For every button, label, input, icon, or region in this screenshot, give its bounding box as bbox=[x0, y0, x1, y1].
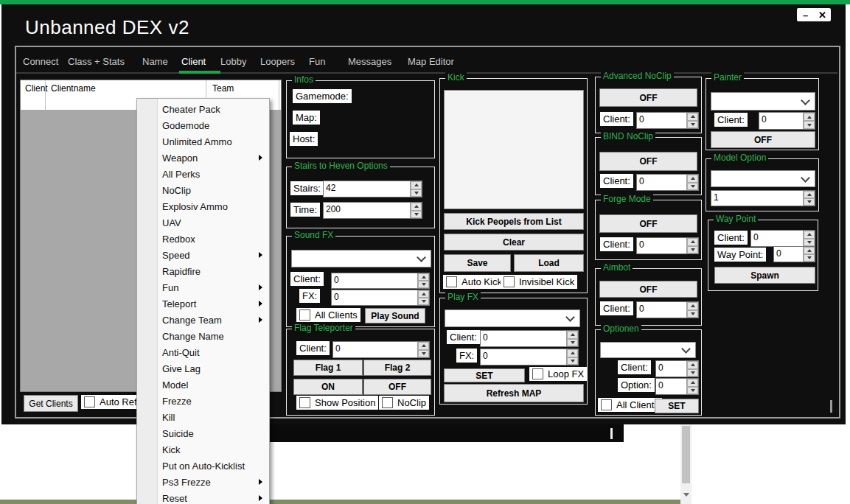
menu-item-cheater-pack[interactable]: Cheater Pack bbox=[137, 101, 269, 117]
time-input[interactable]: 200 bbox=[323, 202, 422, 219]
way-point-client-input[interactable]: 0 bbox=[750, 230, 815, 247]
spinner-down-button[interactable] bbox=[804, 239, 815, 247]
spinner-down-button[interactable] bbox=[411, 211, 422, 219]
spinner-down-button[interactable] bbox=[804, 198, 815, 206]
spinner-down-button[interactable] bbox=[567, 339, 578, 347]
spinner-up-button[interactable] bbox=[687, 175, 698, 183]
play-fx-dropdown[interactable] bbox=[445, 309, 580, 327]
model-option-input[interactable]: 1 bbox=[711, 190, 815, 206]
refresh-map-button[interactable]: Refresh MAP bbox=[444, 384, 584, 402]
loop-fx-checkbox[interactable] bbox=[532, 368, 543, 379]
menu-item-speed[interactable]: Speed bbox=[137, 247, 269, 263]
menu-item-put-on-auto-kicklist[interactable]: Put on Auto-Kicklist bbox=[137, 458, 269, 474]
optionen-dropdown[interactable] bbox=[600, 342, 696, 358]
forge-mode-off-button[interactable]: OFF bbox=[599, 214, 697, 233]
spinner-down-button[interactable] bbox=[687, 310, 698, 318]
stairs-input[interactable]: 42 bbox=[323, 181, 422, 197]
menu-item-frezze[interactable]: Frezze bbox=[137, 393, 269, 409]
optionen-option-input[interactable]: 0 bbox=[655, 378, 699, 395]
spinner-up-button[interactable] bbox=[418, 273, 429, 281]
column-header-clientname[interactable]: Clientname bbox=[51, 83, 96, 94]
spinner-down-button[interactable] bbox=[687, 369, 698, 377]
spinner-down-button[interactable] bbox=[567, 357, 578, 365]
spinner-down-button[interactable] bbox=[687, 121, 698, 129]
flag-1-button[interactable]: Flag 1 bbox=[293, 360, 363, 376]
menu-item-redbox[interactable]: Redbox bbox=[137, 231, 269, 247]
aimbot-off-button[interactable]: OFF bbox=[599, 281, 697, 298]
spinner-down-button[interactable] bbox=[411, 189, 422, 197]
painter-client-input[interactable]: 0 bbox=[759, 112, 815, 130]
menu-item-teleport[interactable]: Teleport bbox=[137, 295, 269, 312]
spinner-up-button[interactable] bbox=[804, 231, 815, 239]
spinner-up-button[interactable] bbox=[567, 331, 578, 339]
spinner-up-button[interactable] bbox=[567, 349, 578, 357]
flag-on-button[interactable]: ON bbox=[293, 379, 363, 395]
menu-item-unlimited-ammo[interactable]: Unlimited Ammo bbox=[137, 133, 269, 150]
invisibel-kick-checkbox[interactable] bbox=[504, 276, 515, 287]
kick-peopels-button[interactable]: Kick Peopels from List bbox=[444, 213, 584, 230]
forge-mode-client-input[interactable]: 0 bbox=[636, 237, 699, 254]
spinner-down-button[interactable] bbox=[418, 350, 429, 358]
spinner-up-button[interactable] bbox=[687, 113, 698, 121]
spinner-down-button[interactable] bbox=[804, 121, 815, 129]
advanced-noclip-client-input[interactable]: 0 bbox=[636, 112, 699, 129]
clear-button[interactable]: Clear bbox=[444, 234, 584, 251]
tab-connect[interactable]: Connect bbox=[23, 56, 58, 67]
minimize-button[interactable]: – bbox=[797, 8, 814, 21]
spinner-down-button[interactable] bbox=[687, 246, 698, 254]
painter-dropdown[interactable] bbox=[711, 92, 815, 111]
menu-item-kick[interactable]: Kick bbox=[137, 441, 269, 458]
tab-messages[interactable]: Messages bbox=[348, 56, 391, 67]
spinner-up-button[interactable] bbox=[687, 379, 698, 387]
menu-item-kill[interactable]: Kill bbox=[137, 409, 269, 425]
spinner-up-button[interactable] bbox=[687, 361, 698, 369]
scrollbar-down-arrow-icon[interactable] bbox=[680, 489, 692, 500]
menu-item-change-name[interactable]: Change Name bbox=[137, 328, 269, 344]
spinner-down-button[interactable] bbox=[418, 281, 429, 288]
optionen-all-clients-checkbox[interactable] bbox=[601, 399, 612, 410]
flag-2-button[interactable]: Flag 2 bbox=[363, 360, 431, 376]
save-button[interactable]: Save bbox=[444, 254, 511, 272]
tab-loopers[interactable]: Loopers bbox=[260, 56, 295, 67]
spinner-down-button[interactable] bbox=[418, 298, 429, 305]
spinner-down-button[interactable] bbox=[687, 183, 698, 191]
menu-item-anti-quit[interactable]: Anti-Quit bbox=[137, 344, 269, 360]
bind-noclip-client-input[interactable]: 0 bbox=[636, 174, 699, 191]
play-fx-fx-input[interactable]: 0 bbox=[480, 349, 579, 365]
play-sound-button[interactable]: Play Sound bbox=[365, 308, 425, 323]
menu-item-fun[interactable]: Fun bbox=[137, 279, 269, 295]
tab-map-editor[interactable]: Map Editor bbox=[408, 56, 454, 67]
spinner-up-button[interactable] bbox=[687, 238, 698, 246]
model-option-dropdown[interactable] bbox=[711, 170, 815, 187]
spinner-up-button[interactable] bbox=[687, 302, 698, 310]
optionen-set-button[interactable]: SET bbox=[655, 399, 699, 413]
close-button[interactable]: ✕ bbox=[814, 8, 831, 21]
spinner-up-button[interactable] bbox=[804, 247, 815, 254]
tab-class-stats[interactable]: Class + Stats bbox=[68, 56, 125, 67]
spinner-up-button[interactable] bbox=[411, 181, 422, 189]
menu-item-all-perks[interactable]: All Perks bbox=[137, 166, 269, 182]
tab-fun[interactable]: Fun bbox=[309, 56, 325, 67]
spinner-up-button[interactable] bbox=[418, 342, 429, 350]
play-fx-client-input[interactable]: 0 bbox=[480, 330, 579, 347]
painter-off-button[interactable]: OFF bbox=[711, 131, 815, 148]
aimbot-client-input[interactable]: 0 bbox=[636, 301, 699, 318]
sound-fx-client-input[interactable]: 0 bbox=[331, 273, 430, 289]
get-clients-button[interactable]: Get Clients bbox=[24, 395, 78, 412]
menu-item-suicide[interactable]: Suicide bbox=[137, 425, 269, 441]
menu-item-change-team[interactable]: Change Team bbox=[137, 312, 269, 328]
bind-noclip-off-button[interactable]: OFF bbox=[599, 152, 697, 171]
page-scrollbar[interactable] bbox=[680, 424, 692, 504]
tab-lobby[interactable]: Lobby bbox=[220, 56, 246, 67]
spinner-down-button[interactable] bbox=[687, 387, 698, 395]
menu-item-ps3-frezze[interactable]: Ps3 Frezze bbox=[137, 474, 269, 490]
tab-name[interactable]: Name bbox=[142, 56, 168, 67]
advanced-noclip-off-button[interactable]: OFF bbox=[599, 88, 697, 107]
menu-item-weapon[interactable]: Weapon bbox=[137, 150, 269, 166]
flag-off-button[interactable]: OFF bbox=[363, 379, 431, 395]
spinner-up-button[interactable] bbox=[418, 290, 429, 298]
menu-item-give-lag[interactable]: Give Lag bbox=[137, 360, 269, 377]
sound-fx-dropdown[interactable] bbox=[291, 250, 431, 267]
auto-kick-checkbox[interactable] bbox=[446, 276, 457, 287]
optionen-client-input[interactable]: 0 bbox=[655, 360, 699, 377]
